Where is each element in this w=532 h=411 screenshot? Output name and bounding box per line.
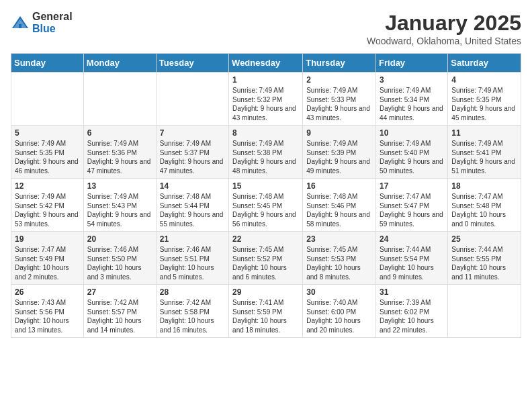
calendar-week-row: 1Sunrise: 7:49 AM Sunset: 5:32 PM Daylig… [11,73,521,126]
calendar-cell [448,285,521,338]
day-info: Sunrise: 7:40 AM Sunset: 6:00 PM Dayligh… [306,298,372,334]
day-info: Sunrise: 7:44 AM Sunset: 5:55 PM Dayligh… [451,245,517,281]
day-info: Sunrise: 7:49 AM Sunset: 5:36 PM Dayligh… [87,139,152,175]
calendar-cell: 29Sunrise: 7:41 AM Sunset: 5:59 PM Dayli… [229,285,303,338]
calendar-cell: 24Sunrise: 7:44 AM Sunset: 5:54 PM Dayli… [376,232,448,285]
day-info: Sunrise: 7:47 AM Sunset: 5:47 PM Dayligh… [380,192,444,228]
day-number: 28 [160,287,225,297]
calendar-week-row: 12Sunrise: 7:49 AM Sunset: 5:42 PM Dayli… [11,179,521,232]
day-info: Sunrise: 7:48 AM Sunset: 5:46 PM Dayligh… [306,192,372,228]
day-info: Sunrise: 7:42 AM Sunset: 5:57 PM Dayligh… [87,298,152,334]
day-info: Sunrise: 7:49 AM Sunset: 5:43 PM Dayligh… [87,192,152,228]
day-number: 24 [380,234,444,244]
day-number: 7 [160,128,225,138]
calendar-cell: 22Sunrise: 7:45 AM Sunset: 5:52 PM Dayli… [229,232,303,285]
calendar-cell: 17Sunrise: 7:47 AM Sunset: 5:47 PM Dayli… [376,179,448,232]
day-info: Sunrise: 7:47 AM Sunset: 5:48 PM Dayligh… [451,192,517,228]
day-info: Sunrise: 7:45 AM Sunset: 5:53 PM Dayligh… [306,245,372,281]
day-number: 22 [232,234,299,244]
calendar-cell [156,73,228,126]
day-info: Sunrise: 7:49 AM Sunset: 5:35 PM Dayligh… [451,86,517,122]
calendar-cell: 31Sunrise: 7:39 AM Sunset: 6:02 PM Dayli… [376,285,448,338]
day-number: 4 [451,75,517,85]
day-info: Sunrise: 7:46 AM Sunset: 5:51 PM Dayligh… [160,245,225,281]
calendar-cell: 2Sunrise: 7:49 AM Sunset: 5:33 PM Daylig… [303,73,376,126]
day-of-week-header: Tuesday [156,54,228,73]
day-of-week-header: Wednesday [229,54,303,73]
day-info: Sunrise: 7:39 AM Sunset: 6:02 PM Dayligh… [380,298,444,334]
location-text: Woodward, Oklahoma, United States [367,36,521,46]
day-number: 21 [160,234,225,244]
day-info: Sunrise: 7:49 AM Sunset: 5:32 PM Dayligh… [232,86,299,122]
day-info: Sunrise: 7:49 AM Sunset: 5:41 PM Dayligh… [451,139,517,175]
day-number: 19 [15,234,80,244]
day-number: 3 [380,75,444,85]
page-header: General Blue January 2025 Woodward, Okla… [11,11,521,46]
calendar-table: SundayMondayTuesdayWednesdayThursdayFrid… [11,53,521,338]
calendar-week-row: 26Sunrise: 7:43 AM Sunset: 5:56 PM Dayli… [11,285,521,338]
day-number: 11 [451,128,517,138]
day-number: 14 [160,181,225,191]
calendar-cell: 8Sunrise: 7:49 AM Sunset: 5:38 PM Daylig… [229,126,303,179]
day-number: 20 [87,234,152,244]
calendar-cell: 1Sunrise: 7:49 AM Sunset: 5:32 PM Daylig… [229,73,303,126]
day-of-week-header: Sunday [11,54,84,73]
calendar-cell: 27Sunrise: 7:42 AM Sunset: 5:57 PM Dayli… [83,285,156,338]
day-number: 26 [15,287,80,297]
day-info: Sunrise: 7:48 AM Sunset: 5:45 PM Dayligh… [232,192,299,228]
day-number: 16 [306,181,372,191]
calendar-cell: 13Sunrise: 7:49 AM Sunset: 5:43 PM Dayli… [83,179,156,232]
month-title: January 2025 [367,11,521,36]
calendar-cell [83,73,156,126]
day-info: Sunrise: 7:49 AM Sunset: 5:39 PM Dayligh… [306,139,372,175]
day-number: 23 [306,234,372,244]
day-info: Sunrise: 7:49 AM Sunset: 5:35 PM Dayligh… [15,139,80,175]
day-number: 1 [232,75,299,85]
day-info: Sunrise: 7:49 AM Sunset: 5:42 PM Dayligh… [15,192,80,228]
day-number: 5 [15,128,80,138]
day-info: Sunrise: 7:48 AM Sunset: 5:44 PM Dayligh… [160,192,225,228]
calendar-cell [11,73,84,126]
calendar-cell: 18Sunrise: 7:47 AM Sunset: 5:48 PM Dayli… [448,179,521,232]
day-number: 31 [380,287,444,297]
calendar-cell: 20Sunrise: 7:46 AM Sunset: 5:50 PM Dayli… [83,232,156,285]
day-number: 30 [306,287,372,297]
calendar-cell: 16Sunrise: 7:48 AM Sunset: 5:46 PM Dayli… [303,179,376,232]
calendar-cell: 14Sunrise: 7:48 AM Sunset: 5:44 PM Dayli… [156,179,228,232]
day-of-week-header: Monday [83,54,156,73]
day-number: 25 [451,234,517,244]
calendar-cell: 12Sunrise: 7:49 AM Sunset: 5:42 PM Dayli… [11,179,84,232]
calendar-cell: 10Sunrise: 7:49 AM Sunset: 5:40 PM Dayli… [376,126,448,179]
calendar-cell: 7Sunrise: 7:49 AM Sunset: 5:37 PM Daylig… [156,126,228,179]
day-info: Sunrise: 7:49 AM Sunset: 5:37 PM Dayligh… [160,139,225,175]
day-info: Sunrise: 7:49 AM Sunset: 5:38 PM Dayligh… [232,139,299,175]
calendar-cell: 28Sunrise: 7:42 AM Sunset: 5:58 PM Dayli… [156,285,228,338]
day-info: Sunrise: 7:47 AM Sunset: 5:49 PM Dayligh… [15,245,80,281]
calendar-week-row: 5Sunrise: 7:49 AM Sunset: 5:35 PM Daylig… [11,126,521,179]
day-of-week-header: Friday [376,54,448,73]
calendar-cell: 26Sunrise: 7:43 AM Sunset: 5:56 PM Dayli… [11,285,84,338]
day-number: 17 [380,181,444,191]
day-number: 29 [232,287,299,297]
day-info: Sunrise: 7:49 AM Sunset: 5:34 PM Dayligh… [380,86,444,122]
day-of-week-header: Saturday [448,54,521,73]
calendar-cell: 19Sunrise: 7:47 AM Sunset: 5:49 PM Dayli… [11,232,84,285]
day-info: Sunrise: 7:43 AM Sunset: 5:56 PM Dayligh… [15,298,80,334]
calendar-cell: 30Sunrise: 7:40 AM Sunset: 6:00 PM Dayli… [303,285,376,338]
day-number: 12 [15,181,80,191]
calendar-cell: 21Sunrise: 7:46 AM Sunset: 5:51 PM Dayli… [156,232,228,285]
calendar-header-row: SundayMondayTuesdayWednesdayThursdayFrid… [11,54,521,73]
calendar-cell: 25Sunrise: 7:44 AM Sunset: 5:55 PM Dayli… [448,232,521,285]
logo-text: General Blue [32,11,73,34]
day-number: 8 [232,128,299,138]
logo-icon [11,13,30,32]
calendar-cell: 15Sunrise: 7:48 AM Sunset: 5:45 PM Dayli… [229,179,303,232]
title-block: January 2025 Woodward, Oklahoma, United … [367,11,521,46]
day-info: Sunrise: 7:44 AM Sunset: 5:54 PM Dayligh… [380,245,444,281]
day-info: Sunrise: 7:45 AM Sunset: 5:52 PM Dayligh… [232,245,299,281]
day-number: 6 [87,128,152,138]
day-info: Sunrise: 7:41 AM Sunset: 5:59 PM Dayligh… [232,298,299,334]
logo-blue-text: Blue [32,23,73,35]
day-number: 13 [87,181,152,191]
day-number: 18 [451,181,517,191]
